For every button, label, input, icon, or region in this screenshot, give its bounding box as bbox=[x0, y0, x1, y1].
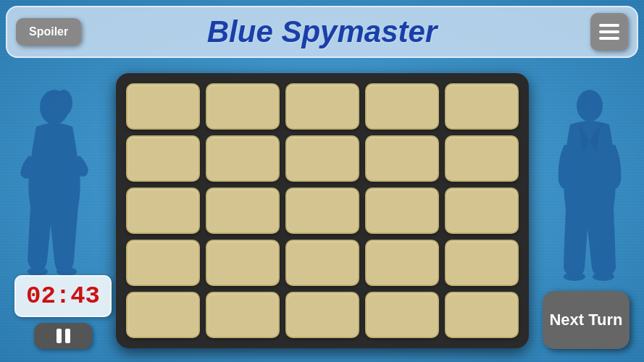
card-1-2[interactable] bbox=[285, 135, 359, 182]
menu-line-2 bbox=[599, 30, 619, 33]
game-board bbox=[116, 73, 529, 348]
menu-button[interactable] bbox=[590, 13, 628, 51]
card-4-3[interactable] bbox=[365, 292, 439, 338]
card-2-2[interactable] bbox=[285, 188, 359, 234]
svg-point-5 bbox=[564, 272, 585, 281]
card-0-3[interactable] bbox=[365, 83, 439, 130]
card-1-0[interactable] bbox=[126, 135, 200, 182]
card-0-0[interactable] bbox=[126, 83, 200, 130]
card-3-4[interactable] bbox=[445, 240, 519, 286]
pause-icon bbox=[57, 329, 70, 343]
next-turn-button[interactable]: Next Turn bbox=[543, 291, 630, 349]
pause-bar-right bbox=[65, 329, 70, 343]
menu-line-1 bbox=[599, 24, 619, 27]
svg-point-4 bbox=[577, 90, 603, 122]
card-1-3[interactable] bbox=[365, 135, 439, 182]
board-container bbox=[101, 67, 543, 355]
card-0-2[interactable] bbox=[285, 83, 359, 130]
card-4-2[interactable] bbox=[285, 292, 359, 338]
card-3-0[interactable] bbox=[126, 240, 200, 286]
page-title: Blue Spymaster bbox=[207, 14, 437, 49]
timer-area: 02:43 bbox=[14, 275, 112, 349]
silhouette-male bbox=[535, 65, 644, 319]
card-2-1[interactable] bbox=[206, 188, 280, 234]
card-4-0[interactable] bbox=[126, 292, 200, 338]
header-bar: Spoiler Blue Spymaster bbox=[6, 6, 638, 58]
card-3-3[interactable] bbox=[365, 240, 439, 286]
card-0-1[interactable] bbox=[206, 83, 280, 130]
svg-point-1 bbox=[55, 90, 72, 116]
card-2-0[interactable] bbox=[126, 188, 200, 234]
card-4-4[interactable] bbox=[445, 292, 519, 338]
pause-bar-left bbox=[57, 329, 62, 343]
card-3-2[interactable] bbox=[285, 240, 359, 286]
card-1-4[interactable] bbox=[445, 135, 519, 182]
menu-line-3 bbox=[599, 37, 619, 40]
card-1-1[interactable] bbox=[206, 135, 280, 182]
card-3-1[interactable] bbox=[206, 240, 280, 286]
card-0-4[interactable] bbox=[445, 83, 519, 130]
pause-button[interactable] bbox=[34, 323, 92, 349]
timer-display: 02:43 bbox=[14, 275, 112, 317]
spoiler-button[interactable]: Spoiler bbox=[16, 18, 81, 46]
card-2-3[interactable] bbox=[365, 188, 439, 234]
svg-point-6 bbox=[593, 272, 614, 281]
card-2-4[interactable] bbox=[445, 188, 519, 234]
card-4-1[interactable] bbox=[206, 292, 280, 338]
